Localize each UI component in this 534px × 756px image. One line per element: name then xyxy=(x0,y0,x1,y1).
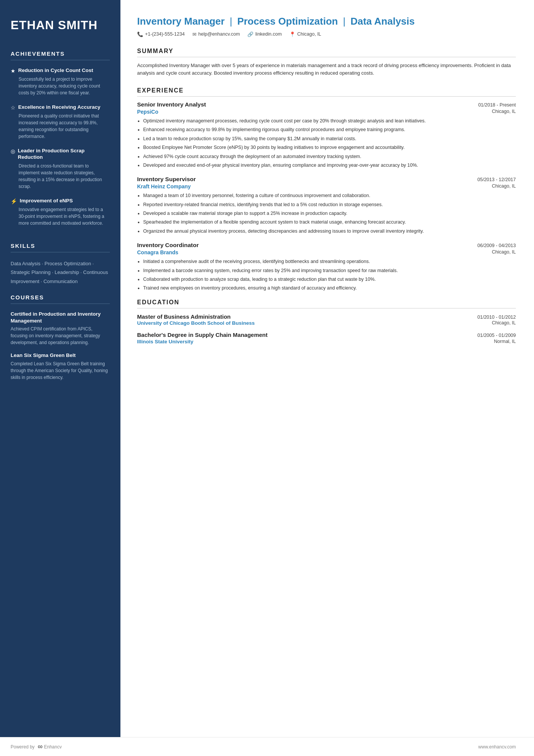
linkedin-url: linkedin.com xyxy=(255,31,281,37)
skills-list: Data Analysis · Process Optimization · S… xyxy=(11,259,110,286)
edu-dates: 01/2005 - 01/2009 xyxy=(478,333,516,338)
summary-text: Accomplished Inventory Manager with over… xyxy=(137,62,516,78)
job-headline: Inventory Manager | Process Optimization… xyxy=(137,15,516,28)
summary-divider xyxy=(137,57,516,57)
phone-contact: 📞 +1-(234)-555-1234 xyxy=(137,31,185,37)
job-entry: Inventory Supervisor 05/2013 - 12/2017 K… xyxy=(137,176,516,235)
job-title: Inventory Coordinator xyxy=(137,242,199,249)
edu-location: Normal, IL xyxy=(494,339,516,344)
achievement-item: ☆ Excellence in Receiving Accuracy Pione… xyxy=(11,104,110,140)
company-name: Conagra Brands xyxy=(137,249,178,255)
job-dates: 05/2013 - 12/2017 xyxy=(478,177,516,182)
jobs-list: Senior Inventory Analyst 01/2018 - Prese… xyxy=(137,101,516,292)
experience-title: EXPERIENCE xyxy=(137,87,516,94)
job-title: Senior Inventory Analyst xyxy=(137,101,206,108)
course-title: Lean Six Sigma Green Belt xyxy=(11,352,110,359)
summary-title: SUMMARY xyxy=(137,48,516,55)
company-name: Kraft Heinz Company xyxy=(137,183,191,189)
bullet-item: Spearheaded the implementation of a flex… xyxy=(143,219,516,226)
footer-left: Powered by ∞ Enhancv xyxy=(11,743,62,751)
courses-list: Certified in Production and Inventory Ma… xyxy=(11,311,110,381)
course-item: Lean Six Sigma Green Belt Completed Lean… xyxy=(11,352,110,381)
achievement-title: Improvement of eNPS xyxy=(20,197,73,204)
achievement-icon: ◎ xyxy=(11,148,15,154)
sidebar: ETHAN SMITH ACHIEVEMENTS ★ Reduction in … xyxy=(0,0,120,737)
linkedin-contact: 🔗 linkedin.com xyxy=(247,31,281,37)
achievement-description: Successfully led a project to improve in… xyxy=(11,76,110,96)
job-location: Chicago, IL xyxy=(492,183,516,189)
skills-divider xyxy=(11,252,110,252)
job-entry: Senior Inventory Analyst 01/2018 - Prese… xyxy=(137,101,516,169)
bullet-item: Developed and executed end-of-year physi… xyxy=(143,162,516,169)
edu-header: Master of Business Administration 01/201… xyxy=(137,313,516,321)
bullet-item: Trained new employees on inventory proce… xyxy=(143,285,516,292)
brand-logo: ∞ Enhancv xyxy=(37,743,62,751)
education-entry: Master of Business Administration 01/201… xyxy=(137,313,516,326)
bullet-item: Implemented a barcode scanning system, r… xyxy=(143,267,516,274)
job-location: Chicago, IL xyxy=(492,109,516,115)
headline-separator: | xyxy=(227,16,235,27)
achievement-title-row: ◎ Leader in Production Scrap Reduction xyxy=(11,147,110,161)
headline-part: Data Analysis xyxy=(350,16,415,27)
headline-separator: | xyxy=(340,16,348,27)
job-bullets: Managed a team of 10 inventory personnel… xyxy=(143,192,516,235)
achievements-title: ACHIEVEMENTS xyxy=(11,50,110,57)
phone-number: +1-(234)-555-1234 xyxy=(145,31,185,37)
summary-section: SUMMARY Accomplished Inventory Manager w… xyxy=(137,48,516,88)
contact-row: 📞 +1-(234)-555-1234 ✉ help@enhancv.com 🔗… xyxy=(137,31,516,37)
skills-title: SKILLS xyxy=(11,243,110,249)
degree-title: Bachelor's Degree in Supply Chain Manage… xyxy=(137,331,267,339)
bullet-item: Optimized inventory management processes… xyxy=(143,117,516,125)
achievement-title-row: ⚡ Improvement of eNPS xyxy=(11,197,110,204)
exp-company-row: Conagra Brands Chicago, IL xyxy=(137,249,516,255)
exp-header: Inventory Supervisor 05/2013 - 12/2017 xyxy=(137,176,516,183)
bullet-item: Initiated a comprehensive audit of the r… xyxy=(143,258,516,265)
job-dates: 01/2018 - Present xyxy=(478,102,516,108)
course-description: Completed Lean Six Sigma Green Belt trai… xyxy=(11,360,110,381)
job-title: Inventory Supervisor xyxy=(137,176,196,183)
powered-by-label: Powered by xyxy=(11,744,34,750)
location-icon: 📍 xyxy=(289,31,295,37)
email-icon: ✉ xyxy=(192,31,197,37)
bullet-item: Boosted Employee Net Promoter Score (eNP… xyxy=(143,144,516,151)
experience-section: EXPERIENCE Senior Inventory Analyst 01/2… xyxy=(137,87,516,299)
email-contact: ✉ help@enhancv.com xyxy=(192,31,240,37)
edu-dates: 01/2010 - 01/2012 xyxy=(478,315,516,320)
bullet-item: Developed a scalable raw material storag… xyxy=(143,210,516,217)
achievement-description: Innovative engagement strategies led to … xyxy=(11,206,110,227)
education-title: EDUCATION xyxy=(137,299,516,306)
exp-company-row: PepsiCo Chicago, IL xyxy=(137,109,516,115)
email-address: help@enhancv.com xyxy=(198,31,240,37)
main-content: Inventory Manager | Process Optimization… xyxy=(120,0,534,737)
degree-title: Master of Business Administration xyxy=(137,313,231,321)
bullet-item: Achieved 97% cycle count accuracy throug… xyxy=(143,153,516,160)
bullet-item: Organized the annual physical inventory … xyxy=(143,228,516,235)
achievement-title: Reduction in Cycle Count Cost xyxy=(18,67,93,74)
experience-divider xyxy=(137,96,516,97)
brand-name: Enhancv xyxy=(44,744,62,750)
phone-icon: 📞 xyxy=(137,31,143,37)
job-bullets: Optimized inventory management processes… xyxy=(143,117,516,169)
job-bullets: Initiated a comprehensive audit of the r… xyxy=(143,258,516,292)
candidate-name: ETHAN SMITH xyxy=(11,18,110,32)
school-name: Illinois State University xyxy=(137,339,194,344)
education-divider xyxy=(137,308,516,308)
exp-header: Senior Inventory Analyst 01/2018 - Prese… xyxy=(137,101,516,108)
achievement-item: ⚡ Improvement of eNPS Innovative engagem… xyxy=(11,197,110,227)
bullet-item: Collaborated with production to analyze … xyxy=(143,276,516,283)
course-title: Certified in Production and Inventory Ma… xyxy=(11,311,110,324)
bullet-item: Enhanced receiving accuracy to 99.8% by … xyxy=(143,126,516,133)
achievement-title-row: ★ Reduction in Cycle Count Cost xyxy=(11,67,110,74)
achievement-item: ★ Reduction in Cycle Count Cost Successf… xyxy=(11,67,110,96)
enhancv-icon: ∞ xyxy=(37,743,42,751)
achievement-icon: ☆ xyxy=(11,105,16,111)
achievement-title: Excellence in Receiving Accuracy xyxy=(18,104,100,111)
achievements-divider xyxy=(11,60,110,60)
achievement-description: Pioneered a quality control initiative t… xyxy=(11,113,110,140)
achievement-description: Directed a cross-functional team to impl… xyxy=(11,163,110,190)
company-name: PepsiCo xyxy=(137,109,158,115)
headline-part: Process Optimization xyxy=(237,16,338,27)
headline-part: Inventory Manager xyxy=(137,16,225,27)
achievement-title: Leader in Production Scrap Reduction xyxy=(18,147,110,161)
footer: Powered by ∞ Enhancv www.enhancv.com xyxy=(0,737,534,756)
